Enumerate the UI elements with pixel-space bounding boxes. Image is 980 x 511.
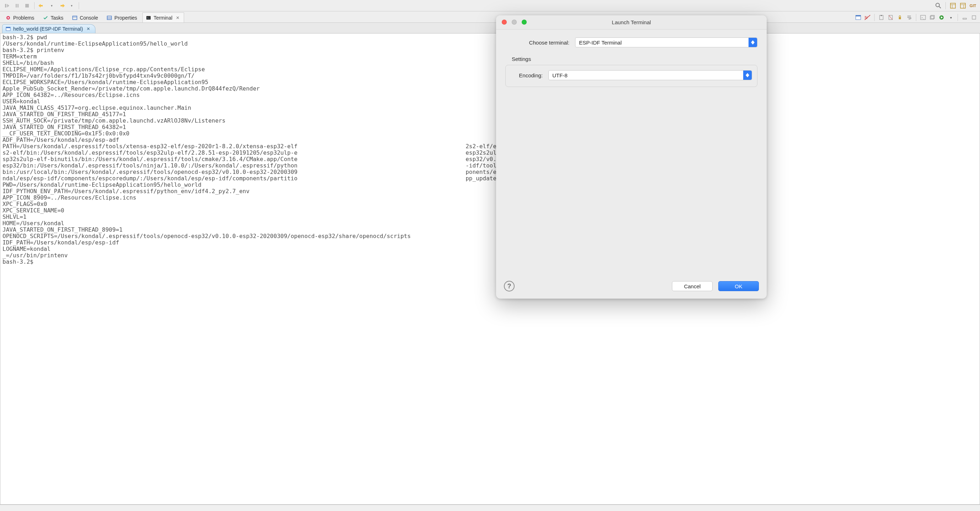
terminal-tabbar: hello_world (ESP-IDF Terminal) ✕	[0, 23, 980, 34]
svg-line-6	[939, 6, 941, 8]
terminate-icon[interactable]	[23, 2, 31, 10]
terminal-session-label: hello_world (ESP-IDF Terminal)	[13, 26, 83, 32]
divider	[945, 2, 946, 9]
dialog-titlebar: Launch Terminal	[496, 15, 767, 30]
svg-rect-3	[18, 4, 19, 8]
svg-rect-41	[6, 27, 10, 28]
svg-rect-15	[73, 16, 77, 19]
window-close-icon[interactable]	[502, 19, 507, 25]
new-view-icon[interactable]	[928, 14, 936, 21]
svg-rect-27	[881, 15, 882, 16]
divider	[34, 2, 35, 9]
terminal-session-icon	[5, 26, 11, 32]
top-toolbar: ▾ ▾ GIT	[0, 0, 980, 11]
svg-rect-17	[107, 16, 111, 19]
select-caret-icon	[749, 38, 757, 47]
select-caret-icon	[743, 70, 752, 80]
svg-point-5	[936, 3, 939, 7]
view-tabs: Problems Tasks Console Properties >_ Ter…	[0, 11, 980, 23]
open-terminal-icon[interactable]	[854, 14, 862, 21]
resume-icon[interactable]	[3, 2, 11, 10]
svg-rect-7	[950, 3, 955, 8]
suspend-icon[interactable]	[13, 2, 21, 10]
console-icon	[72, 15, 78, 21]
search-icon[interactable]	[934, 2, 943, 10]
encoding-label: Encoding:	[511, 72, 543, 78]
svg-rect-38	[963, 18, 966, 19]
forward-menu-icon[interactable]: ▾	[67, 2, 76, 10]
tab-tasks[interactable]: Tasks	[40, 13, 68, 22]
close-terminal-tab-icon[interactable]: ✕	[86, 26, 90, 31]
paste-icon[interactable]	[877, 14, 885, 21]
perspective-icon-2[interactable]	[959, 2, 967, 10]
tasks-icon	[43, 15, 48, 21]
close-tab-icon[interactable]: ✕	[176, 15, 180, 20]
launch-terminal-dialog: Launch Terminal Choose terminal: ESP-IDF…	[496, 15, 767, 299]
svg-rect-0	[5, 4, 6, 8]
back-menu-icon[interactable]: ▾	[47, 2, 56, 10]
forward-arrow-icon[interactable]	[57, 2, 66, 10]
svg-line-29	[889, 15, 892, 19]
maximize-view-icon[interactable]	[970, 14, 978, 21]
svg-rect-23	[856, 15, 861, 16]
git-perspective-icon[interactable]: GIT	[969, 2, 977, 10]
tab-label: Problems	[13, 15, 34, 21]
back-arrow-icon[interactable]	[37, 2, 46, 10]
dialog-footer: ? Cancel OK	[496, 274, 767, 299]
scroll-lock-icon[interactable]	[896, 14, 904, 21]
choose-terminal-value: ESP-IDF Terminal	[579, 40, 622, 46]
wrap-icon[interactable]	[905, 14, 913, 21]
svg-rect-39	[972, 16, 976, 19]
cancel-button[interactable]: Cancel	[672, 281, 713, 291]
clear-icon[interactable]	[887, 14, 894, 21]
properties-icon	[107, 15, 112, 21]
tab-console[interactable]: Console	[69, 13, 103, 22]
tab-label: Console	[80, 15, 98, 21]
svg-rect-4	[25, 4, 29, 8]
encoding-value: UTF-8	[552, 72, 568, 78]
divider	[79, 2, 79, 9]
divider	[874, 14, 875, 21]
window-minimize-icon	[512, 19, 517, 25]
svg-marker-1	[7, 4, 9, 8]
svg-text:>_: >_	[921, 16, 925, 19]
tab-properties[interactable]: Properties	[103, 13, 142, 22]
perspective-icon-1[interactable]	[949, 2, 957, 10]
encoding-select[interactable]: UTF-8	[549, 70, 752, 80]
svg-point-14	[8, 17, 9, 19]
run-icon[interactable]	[938, 14, 945, 21]
svg-text:>_: >_	[147, 17, 150, 19]
svg-marker-31	[908, 18, 910, 19]
svg-rect-2	[16, 4, 17, 8]
terminal-icon: >_	[146, 15, 151, 21]
terminal-session-tab[interactable]: hello_world (ESP-IDF Terminal) ✕	[2, 24, 95, 33]
svg-marker-45	[746, 75, 749, 77]
dialog-title: Launch Terminal	[496, 19, 767, 25]
problems-icon	[5, 15, 11, 21]
settings-panel: Encoding: UTF-8	[505, 65, 757, 87]
svg-rect-10	[961, 3, 966, 8]
disconnect-icon[interactable]: N	[864, 14, 872, 21]
terminal-toolbar: N >_ ▾	[854, 14, 978, 22]
tab-label: Terminal	[153, 15, 172, 21]
svg-marker-43	[751, 42, 754, 45]
terminal-output[interactable]: bash-3.2$ pwd /Users/kondal/runtime-Ecli…	[0, 34, 980, 505]
settings-group-label: Settings	[505, 54, 757, 65]
choose-terminal-select[interactable]: ESP-IDF Terminal	[575, 37, 757, 47]
svg-rect-30	[899, 17, 901, 19]
ok-button[interactable]: OK	[718, 281, 759, 291]
help-button[interactable]: ?	[504, 281, 515, 292]
horizontal-scrollbar[interactable]	[0, 505, 980, 511]
tab-terminal[interactable]: >_ Terminal ✕	[142, 13, 184, 22]
toggle-cmd-icon[interactable]: >_	[919, 14, 927, 21]
drop-menu-icon[interactable]: ▾	[947, 14, 955, 21]
minimize-view-icon[interactable]	[961, 14, 969, 21]
tab-label: Tasks	[51, 15, 64, 21]
divider	[958, 14, 958, 21]
tab-label: Properties	[114, 15, 137, 21]
choose-terminal-label: Choose terminal:	[505, 40, 570, 46]
window-zoom-icon[interactable]	[522, 19, 527, 25]
tab-problems[interactable]: Problems	[2, 13, 39, 22]
